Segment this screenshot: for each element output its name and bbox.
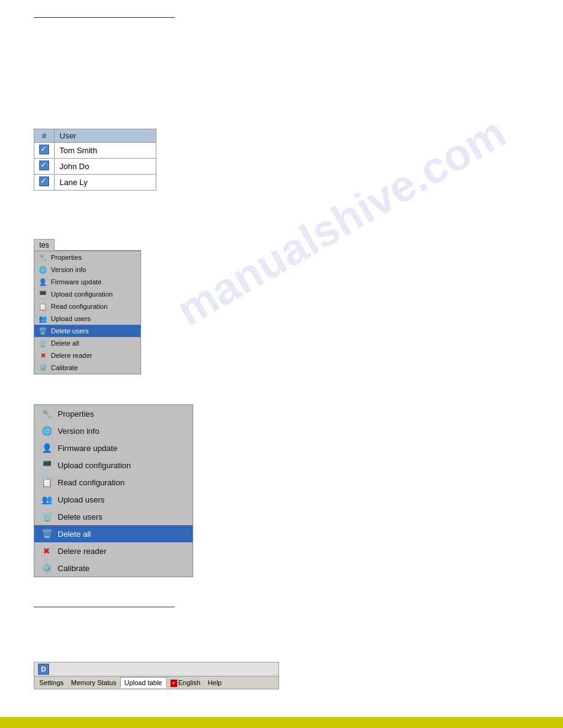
- large-menu-item-delete-all[interactable]: 🗑️ Delete all: [34, 525, 193, 542]
- small-menu-item-delete-users[interactable]: 🗑️ Delete users: [34, 325, 140, 337]
- menu-icon-calibrate: ⚙️: [38, 363, 48, 373]
- table-row: Tom Smith: [34, 143, 156, 159]
- large-menu-item-delete-reader[interactable]: ✖ Delere reader: [34, 542, 193, 559]
- menubar-label: Memory Status: [71, 679, 117, 686]
- large-context-menu: 🔧 Properties 🌐 Version info 👤 Firmware u…: [34, 404, 193, 577]
- menu-icon-firmware: 👤: [38, 277, 48, 287]
- menu-label: Version info: [51, 266, 86, 273]
- menu-icon-upload-config: 🖥️: [38, 289, 48, 299]
- small-menu-item-delete-reader[interactable]: ✖ Delere reader: [34, 349, 140, 362]
- large-menu-item-delete-users[interactable]: 🗑️ Delete users: [34, 508, 193, 525]
- menu-label: Version info: [58, 427, 99, 436]
- large-menu-item-info[interactable]: 🌐 Version info: [34, 422, 193, 439]
- large-menu-icon-firmware: 👤: [40, 442, 53, 454]
- small-menu-item-delete-all[interactable]: 🗑️ Delete all: [34, 337, 140, 349]
- menu-label: Properties: [51, 254, 82, 261]
- checkbox-cell[interactable]: [34, 143, 55, 159]
- menu-icon-delete-all: 🗑️: [38, 338, 48, 348]
- checkbox-cell[interactable]: [34, 175, 55, 191]
- large-menu-icon-wrench: 🔧: [40, 408, 53, 420]
- checkbox-checked[interactable]: [39, 176, 49, 186]
- large-menu-item-wrench[interactable]: 🔧 Properties: [34, 405, 193, 422]
- menubar-label: Settings: [39, 679, 64, 686]
- large-menu-icon-delete-users: 🗑️: [40, 510, 53, 523]
- large-menu-icon-info: 🌐: [40, 425, 53, 437]
- menubar-item-settings[interactable]: Settings: [36, 678, 67, 688]
- checkbox-checked[interactable]: [39, 145, 49, 154]
- menu-label: Delete users: [58, 512, 102, 521]
- menu-icon-upload-users: 👥: [38, 314, 48, 324]
- small-context-menu: 🔧 Properties 🌐 Version info 👤 Firmware u…: [34, 251, 141, 374]
- checkbox-checked[interactable]: [39, 161, 49, 170]
- small-menu-item-calibrate[interactable]: ⚙️ Calibrate: [34, 362, 140, 374]
- app-titlebar: D: [34, 662, 279, 677]
- menubar-label: Upload table: [124, 679, 163, 686]
- menubar-label: Help: [208, 679, 222, 686]
- user-name: John Do: [55, 159, 156, 175]
- bottom-app-container: D SettingsMemory StatusUpload table+Engl…: [34, 662, 279, 689]
- user-table: # User Tom Smith John Do Lane Ly: [34, 129, 156, 191]
- menubar-item-memory-status[interactable]: Memory Status: [67, 678, 120, 688]
- large-menu-item-read-config[interactable]: 📋 Read configuration: [34, 474, 193, 491]
- small-menu-item-upload-config[interactable]: 🖥️ Upload configuration: [34, 288, 140, 300]
- menubar-item-english[interactable]: +English: [167, 678, 204, 688]
- menu-label: Delere reader: [51, 352, 92, 359]
- flag-icon: +: [170, 680, 177, 687]
- menu-label: Upload users: [58, 495, 105, 504]
- menu-label: Delete all: [51, 339, 79, 347]
- large-menu-item-calibrate[interactable]: ⚙️ Calibrate: [34, 559, 193, 577]
- app-menubar: SettingsMemory StatusUpload table+Englis…: [34, 677, 279, 689]
- yellow-status-bar: [0, 717, 563, 728]
- small-menu-item-info[interactable]: 🌐 Version info: [34, 264, 140, 276]
- small-menu-item-wrench[interactable]: 🔧 Properties: [34, 251, 140, 264]
- menu-label: Delete users: [51, 327, 89, 335]
- small-tab[interactable]: tes: [34, 239, 55, 251]
- menu-label: Firmware update: [58, 444, 118, 453]
- col-hash: #: [34, 129, 55, 143]
- menu-label: Properties: [58, 409, 94, 419]
- menu-label: Upload configuration: [58, 461, 131, 470]
- menubar-label: English: [178, 679, 201, 686]
- large-menu-icon-calibrate: ⚙️: [40, 562, 53, 574]
- large-menu-item-upload-config[interactable]: 🖥️ Upload configuration: [34, 457, 193, 474]
- menu-icon-delete-users: 🗑️: [38, 326, 48, 336]
- menu-label: Upload configuration: [51, 290, 113, 298]
- watermark: manualshive.com: [168, 107, 514, 335]
- menubar-item-upload-table[interactable]: Upload table: [120, 677, 167, 688]
- menu-label: Read configuration: [58, 478, 124, 487]
- large-menu-icon-upload-users: 👥: [40, 493, 53, 506]
- large-menu-icon-delete-reader: ✖: [40, 545, 53, 557]
- user-name: Lane Ly: [55, 175, 156, 191]
- menu-icon-info: 🌐: [38, 265, 48, 275]
- large-menu-item-firmware[interactable]: 👤 Firmware update: [34, 439, 193, 457]
- table-row: Lane Ly: [34, 175, 156, 191]
- large-menu-item-upload-users[interactable]: 👥 Upload users: [34, 491, 193, 508]
- top-divider-line: [34, 17, 175, 18]
- app-icon: D: [38, 664, 49, 675]
- checkbox-cell[interactable]: [34, 159, 55, 175]
- small-menu-item-read-config[interactable]: 📋 Read configuration: [34, 300, 140, 313]
- menu-icon-delete-reader: ✖: [38, 351, 48, 360]
- large-menu-icon-read-config: 📋: [40, 476, 53, 488]
- menu-label: Calibrate: [51, 364, 78, 371]
- menu-label: Read configuration: [51, 303, 107, 310]
- menu-icon-read-config: 📋: [38, 301, 48, 311]
- menu-label: Upload users: [51, 315, 91, 322]
- col-user: User: [55, 129, 156, 143]
- menu-icon-wrench: 🔧: [38, 252, 48, 262]
- menu-label: Delere reader: [58, 547, 107, 556]
- user-name: Tom Smith: [55, 143, 156, 159]
- menu-label: Calibrate: [58, 564, 90, 573]
- small-menu-item-upload-users[interactable]: 👥 Upload users: [34, 313, 140, 325]
- menu-label: Delete all: [58, 529, 91, 539]
- menubar-item-help[interactable]: Help: [204, 678, 226, 688]
- menu-label: Firmware update: [51, 278, 102, 286]
- large-menu-icon-delete-all: 🗑️: [40, 528, 53, 540]
- bottom-divider-line: [34, 607, 175, 607]
- small-context-menu-container: tes 🔧 Properties 🌐 Version info 👤 Firmwa…: [34, 239, 141, 374]
- large-context-menu-container: 🔧 Properties 🌐 Version info 👤 Firmware u…: [34, 404, 193, 577]
- small-menu-item-firmware[interactable]: 👤 Firmware update: [34, 276, 140, 288]
- large-menu-icon-upload-config: 🖥️: [40, 459, 53, 471]
- table-row: John Do: [34, 159, 156, 175]
